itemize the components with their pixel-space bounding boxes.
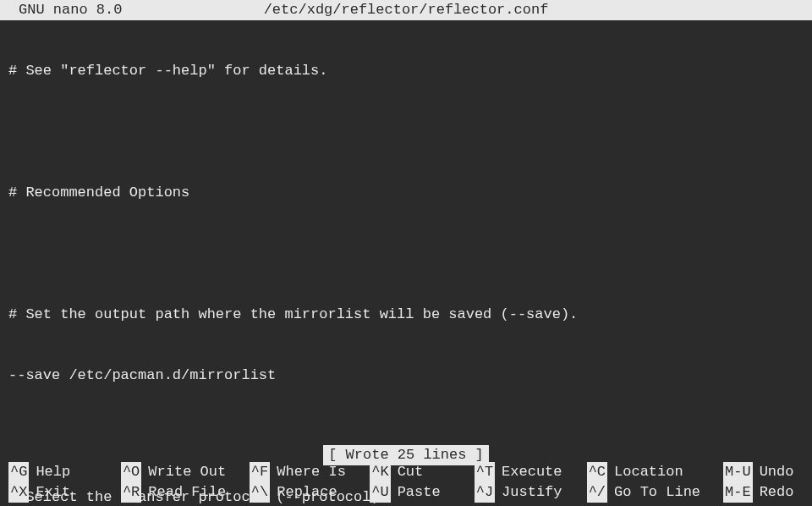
- shortcut-row: ^GHelp ^OWrite Out ^FWhere Is ^KCut ^TEx…: [8, 462, 804, 482]
- editor-line: # See "reflector --help" for details.: [8, 61, 804, 81]
- editor-area[interactable]: # See "reflector --help" for details. # …: [0, 20, 812, 506]
- editor-line: [8, 426, 804, 447]
- shortcut-undo[interactable]: M-UUndo: [723, 462, 804, 482]
- shortcut-read-file[interactable]: ^RRead File: [121, 482, 250, 503]
- shortcut-write-out[interactable]: ^OWrite Out: [121, 462, 250, 482]
- shortcut-where-is[interactable]: ^FWhere Is: [250, 462, 370, 482]
- editor-line: [8, 122, 804, 142]
- file-path: /etc/xdg/reflector/reflector.conf: [0, 0, 812, 20]
- editor-line: [8, 244, 804, 264]
- shortcut-bar: ^GHelp ^OWrite Out ^FWhere Is ^KCut ^TEx…: [0, 462, 812, 506]
- shortcut-replace[interactable]: ^\Replace: [250, 482, 370, 503]
- shortcut-location[interactable]: ^CLocation: [587, 462, 723, 482]
- shortcut-row: ^XExit ^RRead File ^\Replace ^UPaste ^JJ…: [8, 482, 804, 503]
- shortcut-exit[interactable]: ^XExit: [8, 482, 121, 503]
- shortcut-cut[interactable]: ^KCut: [370, 462, 474, 482]
- shortcut-paste[interactable]: ^UPaste: [370, 482, 474, 503]
- shortcut-help[interactable]: ^GHelp: [8, 462, 121, 482]
- shortcut-execute[interactable]: ^TExecute: [475, 462, 587, 482]
- shortcut-justify[interactable]: ^JJustify: [475, 482, 587, 503]
- editor-line: # Set the output path where the mirrorli…: [8, 305, 804, 325]
- shortcut-goto-line[interactable]: ^/Go To Line: [587, 482, 723, 503]
- editor-line: --save /etc/pacman.d/mirrorlist: [8, 366, 804, 386]
- shortcut-redo[interactable]: M-ERedo: [723, 482, 804, 503]
- title-bar: GNU nano 8.0 /etc/xdg/reflector/reflecto…: [0, 0, 812, 20]
- editor-line: # Recommended Options: [8, 183, 804, 203]
